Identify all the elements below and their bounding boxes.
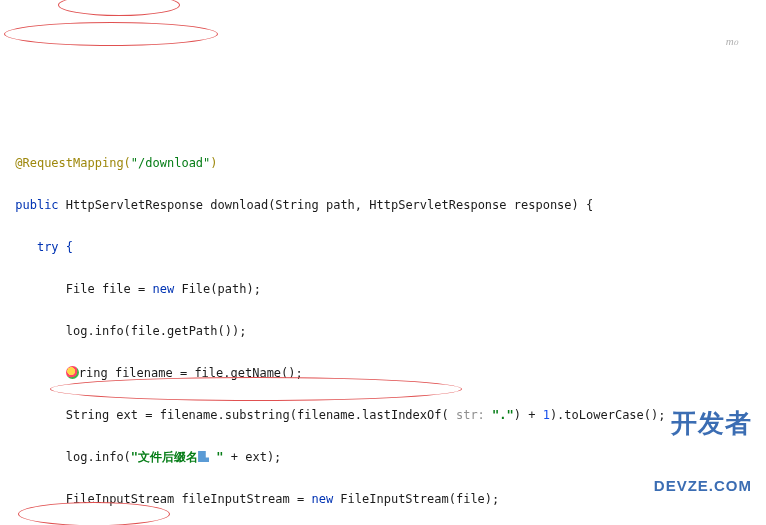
code-line: public HttpServletResponse download(Stri… <box>8 195 758 216</box>
annotation-oval <box>58 0 180 16</box>
code-line: try { <box>8 237 758 258</box>
annotation-oval <box>4 22 218 46</box>
code-line: File file = new File(path); <box>8 279 758 300</box>
minimap-glyph: m₀ <box>726 32 738 51</box>
annotation: @RequestMapping("/download") <box>15 156 217 170</box>
inline-icon <box>198 451 209 462</box>
code-line: FileInputStream fileInputStream = new Fi… <box>8 489 758 510</box>
gutter-icon <box>66 366 79 379</box>
code-line: log.info(file.getPath()); <box>8 321 758 342</box>
code-line: @RequestMapping("/download") <box>8 153 758 174</box>
code-block: @RequestMapping("/download") public Http… <box>8 132 758 525</box>
code-line: String ext = filename.substring(filename… <box>8 405 758 426</box>
code-line: ring filename = file.getName(); <box>8 363 758 384</box>
code-line: log.info("文件后缀名 " + ext); <box>8 447 758 468</box>
